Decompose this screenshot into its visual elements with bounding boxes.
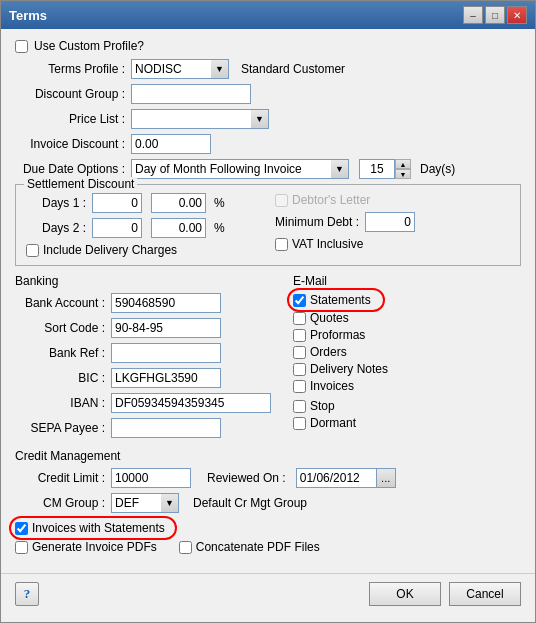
invoice-discount-label: Invoice Discount : xyxy=(15,137,125,151)
banking-col: Banking Bank Account : 590468590 Sort Co… xyxy=(15,274,271,443)
delivery-notes-checkbox[interactable] xyxy=(293,363,306,376)
bank-account-input[interactable]: 590468590 xyxy=(111,293,221,313)
reviewed-on-picker-button[interactable]: ... xyxy=(376,468,396,488)
title-bar-buttons: – □ ✕ xyxy=(463,6,527,24)
orders-row: Orders xyxy=(293,345,388,359)
spin-down-button[interactable]: ▼ xyxy=(395,169,411,179)
days1-pct-input[interactable]: 0.00 xyxy=(151,193,206,213)
invoices-with-statements-checkbox[interactable] xyxy=(15,522,28,535)
pct1-label: % xyxy=(214,196,230,210)
generate-invoice-pdfs-checkbox[interactable] xyxy=(15,541,28,554)
cm-group-input[interactable]: DEF xyxy=(111,493,161,513)
use-custom-profile-label: Use Custom Profile? xyxy=(34,39,144,53)
orders-checkbox[interactable] xyxy=(293,346,306,359)
dormant-row: Dormant xyxy=(293,416,388,430)
due-date-options-label: Due Date Options : xyxy=(15,162,125,176)
minimize-button[interactable]: – xyxy=(463,6,483,24)
discount-group-input[interactable] xyxy=(131,84,251,104)
price-list-dropdown[interactable]: ▼ xyxy=(251,109,269,129)
debtors-letter-row: Debtor's Letter xyxy=(275,193,510,207)
bic-label: BIC : xyxy=(15,371,105,385)
invoices-with-statements-label: Invoices with Statements xyxy=(32,521,165,535)
close-button[interactable]: ✕ xyxy=(507,6,527,24)
terms-window: Terms – □ ✕ Use Custom Profile? Terms Pr… xyxy=(0,0,536,623)
quotes-row: Quotes xyxy=(293,311,388,325)
email-header: E-Mail xyxy=(293,274,388,288)
terms-profile-dropdown[interactable]: ▼ xyxy=(211,59,229,79)
cm-group-input-group: DEF ▼ xyxy=(111,493,179,513)
terms-profile-input[interactable]: NODISC xyxy=(131,59,211,79)
bank-ref-input[interactable] xyxy=(111,343,221,363)
due-date-options-input[interactable]: Day of Month Following Invoice xyxy=(131,159,331,179)
sepa-payee-input[interactable] xyxy=(111,418,221,438)
days2-label: Days 2 : xyxy=(26,221,86,235)
credit-limit-label: Credit Limit : xyxy=(15,471,105,485)
bank-ref-label: Bank Ref : xyxy=(15,346,105,360)
concatenate-pdf-checkbox[interactable] xyxy=(179,541,192,554)
vat-inclusive-checkbox[interactable] xyxy=(275,238,288,251)
discount-group-row: Discount Group : xyxy=(15,84,521,104)
include-delivery-checkbox[interactable] xyxy=(26,244,39,257)
stop-row: Stop xyxy=(293,399,388,413)
reviewed-on-label: Reviewed On : xyxy=(207,471,286,485)
due-date-options-input-group: Day of Month Following Invoice ▼ xyxy=(131,159,349,179)
invoice-discount-input[interactable]: 0.00 xyxy=(131,134,211,154)
iban-label: IBAN : xyxy=(15,396,105,410)
email-col: E-Mail Statements Quotes Proformas xyxy=(293,274,388,443)
stop-label: Stop xyxy=(310,399,335,413)
settlement-columns: Days 1 : 0 0.00 % Days 2 : 0 0.00 % xyxy=(26,193,510,257)
quotes-checkbox[interactable] xyxy=(293,312,306,325)
banking-header: Banking xyxy=(15,274,271,288)
iban-input[interactable]: DF05934594359345 xyxy=(111,393,271,413)
invoices-email-row: Invoices xyxy=(293,379,388,393)
proformas-checkbox[interactable] xyxy=(293,329,306,342)
help-button[interactable]: ? xyxy=(15,582,39,606)
cancel-button[interactable]: Cancel xyxy=(449,582,521,606)
terms-profile-row: Terms Profile : NODISC ▼ Standard Custom… xyxy=(15,59,521,79)
invoices-email-label: Invoices xyxy=(310,379,354,393)
credit-limit-input[interactable]: 10000 xyxy=(111,468,191,488)
pdf-options-row: Generate Invoice PDFs Concatenate PDF Fi… xyxy=(15,540,521,554)
window-title: Terms xyxy=(9,8,47,23)
vat-inclusive-label: VAT Inclusive xyxy=(292,237,363,251)
invoices-email-checkbox[interactable] xyxy=(293,380,306,393)
reviewed-on-input-group: 01/06/2012 ... xyxy=(296,468,396,488)
use-custom-profile-checkbox[interactable] xyxy=(15,40,28,53)
maximize-button[interactable]: □ xyxy=(485,6,505,24)
settlement-right-col: Debtor's Letter Minimum Debt : 0 VAT Inc… xyxy=(275,193,510,257)
proformas-label: Proformas xyxy=(310,328,365,342)
spin-up-button[interactable]: ▲ xyxy=(395,159,411,169)
sort-code-row: Sort Code : 90-84-95 xyxy=(15,318,271,338)
statements-checkbox[interactable] xyxy=(293,294,306,307)
debtors-letter-checkbox[interactable] xyxy=(275,194,288,207)
due-date-options-dropdown[interactable]: ▼ xyxy=(331,159,349,179)
dormant-checkbox[interactable] xyxy=(293,417,306,430)
form-content: Use Custom Profile? Terms Profile : NODI… xyxy=(1,29,535,569)
days1-label: Days 1 : xyxy=(26,196,86,210)
minimum-debt-row: Minimum Debt : 0 xyxy=(275,212,510,232)
sepa-payee-label: SEPA Payee : xyxy=(15,421,105,435)
reviewed-on-input[interactable]: 01/06/2012 xyxy=(296,468,376,488)
price-list-input[interactable] xyxy=(131,109,251,129)
days1-input[interactable]: 0 xyxy=(92,193,142,213)
days-input[interactable]: 15 xyxy=(359,159,395,179)
cm-group-dropdown[interactable]: ▼ xyxy=(161,493,179,513)
use-custom-profile-row: Use Custom Profile? xyxy=(15,39,521,53)
minimum-debt-input[interactable]: 0 xyxy=(365,212,415,232)
days2-input[interactable]: 0 xyxy=(92,218,142,238)
ok-button[interactable]: OK xyxy=(369,582,441,606)
dormant-label: Dormant xyxy=(310,416,356,430)
include-delivery-label: Include Delivery Charges xyxy=(43,243,177,257)
days-label: Day(s) xyxy=(420,162,455,176)
bic-input[interactable]: LKGFHGL3590 xyxy=(111,368,221,388)
title-bar: Terms – □ ✕ xyxy=(1,1,535,29)
concatenate-pdf-row: Concatenate PDF Files xyxy=(179,540,320,554)
delivery-notes-row: Delivery Notes xyxy=(293,362,388,376)
statements-label: Statements xyxy=(310,293,371,307)
generate-invoice-pdfs-row: Generate Invoice PDFs xyxy=(15,540,157,554)
bank-account-row: Bank Account : 590468590 xyxy=(15,293,271,313)
stop-checkbox[interactable] xyxy=(293,400,306,413)
credit-management-header: Credit Management xyxy=(15,449,521,463)
sort-code-input[interactable]: 90-84-95 xyxy=(111,318,221,338)
days2-pct-input[interactable]: 0.00 xyxy=(151,218,206,238)
